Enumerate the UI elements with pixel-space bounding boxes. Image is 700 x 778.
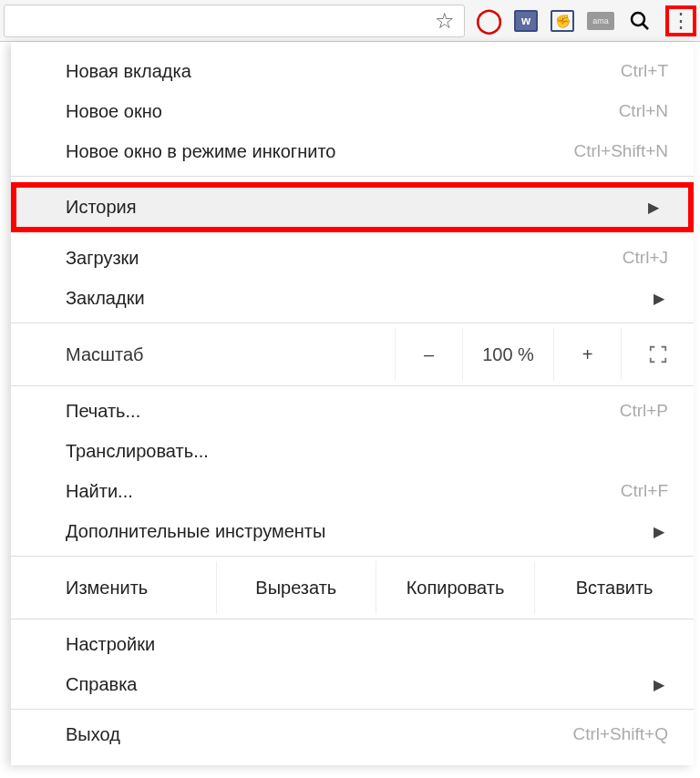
svg-point-0 (632, 13, 644, 26)
menu-label: Найти... (66, 481, 133, 502)
menu-icon[interactable]: ⋮ (665, 5, 696, 36)
menu-label: Печать... (66, 401, 140, 422)
star-icon[interactable]: ☆ (435, 8, 455, 34)
menu-item-exit[interactable]: Выход Ctrl+Shift+Q (11, 714, 694, 754)
menu-label: Справка (66, 674, 137, 695)
menu-item-settings[interactable]: Настройки (11, 624, 694, 664)
shortcut: Ctrl+N (619, 101, 668, 121)
chevron-right-icon: ▶ (648, 199, 663, 216)
edit-label: Изменить (11, 561, 217, 614)
address-bar[interactable]: ☆ (4, 5, 465, 37)
chevron-right-icon: ▶ (654, 523, 668, 540)
shortcut: Ctrl+F (621, 481, 668, 501)
menu-label: Масштаб (11, 344, 395, 365)
menu-label: История (66, 197, 137, 218)
menu-item-bookmarks[interactable]: Закладки ▶ (11, 278, 694, 318)
separator (11, 709, 694, 710)
menu-item-downloads[interactable]: Загрузки Ctrl+J (11, 238, 694, 278)
adblock-icon[interactable]: ◯ (476, 8, 501, 34)
ama-icon[interactable]: ama (587, 12, 614, 30)
menu-item-incognito[interactable]: Новое окно в режиме инкогнито Ctrl+Shift… (11, 131, 694, 171)
shortcut: Ctrl+J (623, 248, 668, 268)
separator (11, 322, 694, 323)
fullscreen-icon[interactable] (621, 328, 694, 381)
copy-button[interactable]: Копировать (376, 561, 536, 614)
menu-label: Новая вкладка (66, 61, 191, 82)
menu-label: Новое окно (66, 101, 162, 122)
zoom-out-button[interactable]: – (395, 328, 462, 381)
chevron-right-icon: ▶ (654, 290, 668, 307)
vk-icon[interactable]: w (514, 10, 538, 32)
zoom-in-button[interactable]: + (553, 328, 621, 381)
menu-item-history[interactable]: История ▶ (11, 182, 694, 232)
menu-item-new-window[interactable]: Новое окно Ctrl+N (11, 91, 694, 131)
menu-label: Транслировать... (66, 441, 209, 462)
shortcut: Ctrl+T (621, 61, 668, 81)
zoom-value: 100 % (462, 328, 553, 381)
menu-item-find[interactable]: Найти... Ctrl+F (11, 471, 694, 511)
chevron-right-icon: ▶ (654, 676, 668, 693)
shortcut: Ctrl+Shift+N (574, 141, 668, 161)
paste-button[interactable]: Вставить (535, 561, 694, 614)
separator (11, 556, 694, 557)
menu-item-print[interactable]: Печать... Ctrl+P (11, 391, 694, 431)
main-menu: Новая вкладка Ctrl+T Новое окно Ctrl+N Н… (11, 42, 694, 765)
extension-icons: ◯ w ✊ ama ⋮ (476, 5, 696, 36)
menu-label: Дополнительные инструменты (66, 521, 325, 542)
menu-item-help[interactable]: Справка ▶ (11, 664, 694, 704)
svg-line-1 (643, 24, 648, 29)
browser-toolbar: ☆ ◯ w ✊ ama ⋮ (0, 0, 700, 42)
cut-button[interactable]: Вырезать (217, 561, 376, 614)
separator (11, 385, 694, 386)
shortcut: Ctrl+Shift+Q (572, 724, 668, 744)
search-icon[interactable] (627, 8, 653, 34)
fist-icon[interactable]: ✊ (551, 10, 574, 32)
menu-item-cast[interactable]: Транслировать... (11, 431, 694, 471)
separator (11, 619, 694, 619)
menu-label: Закладки (66, 288, 145, 309)
menu-label: Загрузки (66, 248, 139, 269)
menu-item-edit: Изменить Вырезать Копировать Вставить (11, 561, 694, 614)
menu-item-more-tools[interactable]: Дополнительные инструменты ▶ (11, 511, 694, 551)
menu-label: Выход (66, 724, 120, 745)
separator (11, 176, 694, 177)
menu-label: Настройки (66, 634, 155, 655)
shortcut: Ctrl+P (620, 401, 668, 421)
menu-item-zoom: Масштаб – 100 % + (11, 328, 694, 381)
menu-item-new-tab[interactable]: Новая вкладка Ctrl+T (11, 51, 694, 91)
menu-label: Новое окно в режиме инкогнито (66, 141, 335, 162)
